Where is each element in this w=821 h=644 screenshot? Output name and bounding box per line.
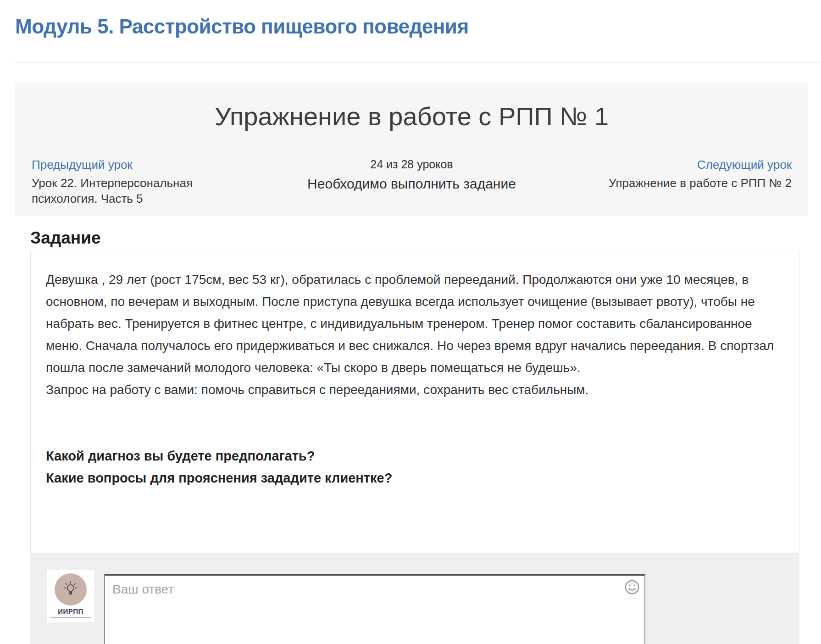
task-case-text: Девушка , 29 лет (рост 175см, вес 53 кг)… (46, 269, 784, 379)
answer-input[interactable] (104, 574, 645, 644)
task-question: Какой диагноз вы будете предполагать? (46, 445, 784, 467)
task-description-box: Девушка , 29 лет (рост 175см, вес 53 кг)… (30, 252, 799, 553)
answer-input-wrap (104, 574, 645, 644)
task-request-text: Запрос на работу с вами: помочь справить… (46, 379, 784, 401)
lesson-navigation: Предыдущий урок Урок 22. Интерперсональн… (32, 157, 792, 206)
next-lesson-name: Упражнение в работе с РПП № 2 (571, 175, 792, 191)
avatar-circle (55, 573, 87, 605)
prev-lesson-nav[interactable]: Предыдущий урок Урок 22. Интерперсональн… (32, 157, 252, 206)
lesson-header-card: Упражнение в работе с РПП № 1 Предыдущий… (15, 83, 808, 216)
avatar-fine-print (50, 617, 91, 618)
task-questions: Какой диагноз вы будете предполагать? Ка… (46, 445, 784, 489)
lesson-title: Упражнение в работе с РПП № 1 (32, 102, 792, 131)
lesson-counter: 24 из 28 уроков (252, 157, 571, 172)
next-lesson-link[interactable]: Следующий урок (571, 157, 792, 172)
next-lesson-nav[interactable]: Следующий урок Упражнение в работе с РПП… (571, 157, 792, 191)
prev-lesson-link[interactable]: Предыдущий урок (32, 157, 252, 172)
avatar-label: ИИРПП (58, 607, 83, 615)
lesson-progress: 24 из 28 уроков Необходимо выполнить зад… (252, 157, 571, 193)
emoji-picker-button[interactable] (624, 579, 640, 595)
lesson-status: Необходимо выполнить задание (252, 175, 571, 193)
prev-lesson-name: Урок 22. Интерперсональная психология. Ч… (32, 175, 252, 206)
page-title: Модуль 5. Расстройство пищевого поведени… (15, 14, 806, 39)
lightbulb-icon (61, 580, 80, 599)
divider (15, 62, 821, 63)
task-heading: Задание (30, 228, 791, 248)
answer-comment-section: ИИРПП (30, 553, 799, 644)
task-question: Какие вопросы для прояснения зададите кл… (46, 467, 784, 489)
smiley-icon (624, 579, 640, 595)
avatar: ИИРПП (47, 570, 94, 622)
